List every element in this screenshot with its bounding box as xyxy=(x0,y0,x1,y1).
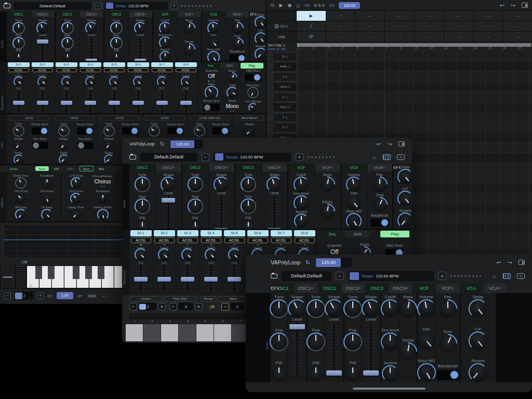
lfo-tune-knob[interactable] xyxy=(195,126,204,136)
rate-knob[interactable] xyxy=(206,87,217,98)
kbd-root-toggle[interactable] xyxy=(244,73,262,82)
record-icon[interactable]: ◉ xyxy=(287,3,291,8)
cv-slider[interactable] xyxy=(60,90,73,113)
note-lane[interactable] xyxy=(298,51,532,62)
tab-osc3[interactable]: OSC3 xyxy=(365,284,389,293)
pitch-shift-up-button[interactable]: + xyxy=(195,303,203,311)
level-slider[interactable] xyxy=(85,37,98,62)
keyboard-view-icon[interactable] xyxy=(503,273,511,279)
reso-mg-knob[interactable] xyxy=(418,364,435,381)
lfo-shape-knob[interactable] xyxy=(59,141,68,150)
scope-view-icon[interactable]: ∿ xyxy=(397,154,405,160)
env-amnt-knob[interactable] xyxy=(295,196,308,210)
lfo-key-sync-toggle[interactable] xyxy=(31,141,49,150)
fine-knob[interactable] xyxy=(344,334,361,350)
loop-transport-icon[interactable]: ↻ xyxy=(271,3,275,8)
redo-icon[interactable]: ↪ xyxy=(508,259,512,266)
mode-value[interactable]: Mono xyxy=(225,103,238,109)
decay-knob[interactable] xyxy=(321,205,334,218)
tab-osc1-plus[interactable]: OSC1+ xyxy=(295,284,318,293)
cv-slider[interactable] xyxy=(203,265,219,292)
fx-tab-cf[interactable]: C/F xyxy=(51,166,62,171)
scene-empty-cell[interactable]: — xyxy=(444,11,473,21)
fx-tab-delay[interactable]: Delay xyxy=(7,166,21,171)
lfo-tune-knob[interactable] xyxy=(14,126,23,136)
accent-slide-button[interactable]: AC/SL xyxy=(131,237,151,243)
tab-efx[interactable]: EFX xyxy=(271,284,280,293)
gate-knob[interactable] xyxy=(229,249,240,260)
accent-slide-button[interactable]: AC/SL xyxy=(80,68,101,72)
shape-knob[interactable] xyxy=(326,300,342,317)
accent-slide-button[interactable]: AC/SL xyxy=(32,68,53,72)
metronome-icon[interactable]: △ xyxy=(296,3,300,8)
tab-vca[interactable]: VCA xyxy=(460,284,483,293)
bpm-field[interactable]: 120.00 xyxy=(170,140,203,149)
octave-up-button[interactable]: + xyxy=(37,292,44,299)
bassboost-toggle[interactable] xyxy=(370,218,390,228)
fine-knob[interactable] xyxy=(14,38,24,48)
lfo-tune-knob[interactable] xyxy=(150,126,159,136)
lfo-key-sync-toggle[interactable] xyxy=(76,141,94,150)
pw-knob[interactable] xyxy=(272,366,286,381)
tab-efx[interactable]: EFX xyxy=(250,11,257,17)
step-button[interactable]: St.7 xyxy=(271,230,292,236)
black-key[interactable] xyxy=(35,266,42,279)
accent-knob[interactable] xyxy=(161,52,170,61)
undo-icon[interactable]: ↩ xyxy=(500,2,504,9)
quantize-value[interactable]: Off xyxy=(208,73,215,79)
lfo-tempo-sync-toggle[interactable] xyxy=(122,127,139,135)
preset-field[interactable]: Default.Default xyxy=(140,153,197,162)
tab-vca-plus[interactable]: VCA+ xyxy=(367,164,393,171)
pw-knob[interactable] xyxy=(309,366,323,381)
bpm-value[interactable]: 120.00 xyxy=(316,258,341,267)
step-button[interactable]: St.2 xyxy=(154,230,175,236)
tab-osc3-plus[interactable]: OSC3+ xyxy=(262,164,288,171)
accent-slide-button[interactable]: AC/SL xyxy=(152,68,172,72)
shape-knob[interactable] xyxy=(268,178,281,191)
gate-knob[interactable] xyxy=(182,249,193,260)
display-off-value[interactable]: Off xyxy=(22,260,27,264)
refresh-icon[interactable]: ↻ xyxy=(305,259,310,266)
cv-slider[interactable] xyxy=(226,265,243,292)
tab-osc2-plus[interactable]: OSC2+ xyxy=(342,284,365,293)
accent-slide-button[interactable]: AC/SL xyxy=(104,68,125,72)
shape-knob[interactable] xyxy=(363,300,379,317)
tab-vcf[interactable]: VCF xyxy=(153,11,177,17)
tab-osc3-plus[interactable]: OSC3+ xyxy=(389,284,413,293)
tempo-field[interactable]: Tempo120.00 BPM xyxy=(348,271,434,281)
lfo-delay-knob[interactable] xyxy=(15,155,23,164)
dist-knob[interactable] xyxy=(347,196,361,209)
tempo-minus-button[interactable]: − xyxy=(202,153,209,161)
lfo-tune-knob[interactable] xyxy=(104,126,114,136)
lp-freq-knob[interactable] xyxy=(42,210,51,219)
loop-follow-cell[interactable]: → xyxy=(415,32,444,42)
decay-knob[interactable] xyxy=(184,44,194,55)
accent-slide-button[interactable]: AC/SL xyxy=(128,68,149,72)
home-indicator[interactable] xyxy=(353,388,425,390)
pan-knob[interactable] xyxy=(232,23,243,33)
tempo-sync-toggle[interactable] xyxy=(203,103,220,112)
lfo-tune-knob[interactable] xyxy=(59,126,69,136)
clip-empty-cell[interactable]: --- xyxy=(415,21,444,31)
scene-empty-cell[interactable]: — xyxy=(474,11,503,21)
feedback-knob[interactable] xyxy=(42,178,51,188)
redo-icon[interactable]: ↪ xyxy=(388,141,392,148)
timeline-ruler[interactable]: 12345678910111213141516 xyxy=(297,47,532,51)
clip-empty-cell[interactable]: --- xyxy=(503,21,532,31)
channel-checkbox-icon[interactable] xyxy=(275,24,278,28)
gate-knob[interactable] xyxy=(158,77,166,86)
oct-range-knob[interactable] xyxy=(249,104,257,111)
reverb-knob[interactable] xyxy=(256,49,266,59)
note-pad[interactable] xyxy=(126,324,143,341)
delay-knob[interactable] xyxy=(398,170,412,183)
tab-osc2[interactable]: OSC2 xyxy=(182,164,208,171)
accent-slide-button[interactable]: AC/SL xyxy=(8,68,29,72)
velocity-down-icon[interactable]: ◁− xyxy=(47,294,53,298)
tab-osc3[interactable]: OSC3 xyxy=(235,164,261,171)
fine-knob[interactable] xyxy=(271,334,287,350)
panel-toggle-icon[interactable] xyxy=(522,3,528,8)
loop-follow-cell[interactable]: → xyxy=(503,32,532,42)
preset-value[interactable]: Off xyxy=(204,305,220,309)
gate-knob[interactable] xyxy=(134,77,142,86)
cf-feedback-knob[interactable] xyxy=(98,194,107,203)
